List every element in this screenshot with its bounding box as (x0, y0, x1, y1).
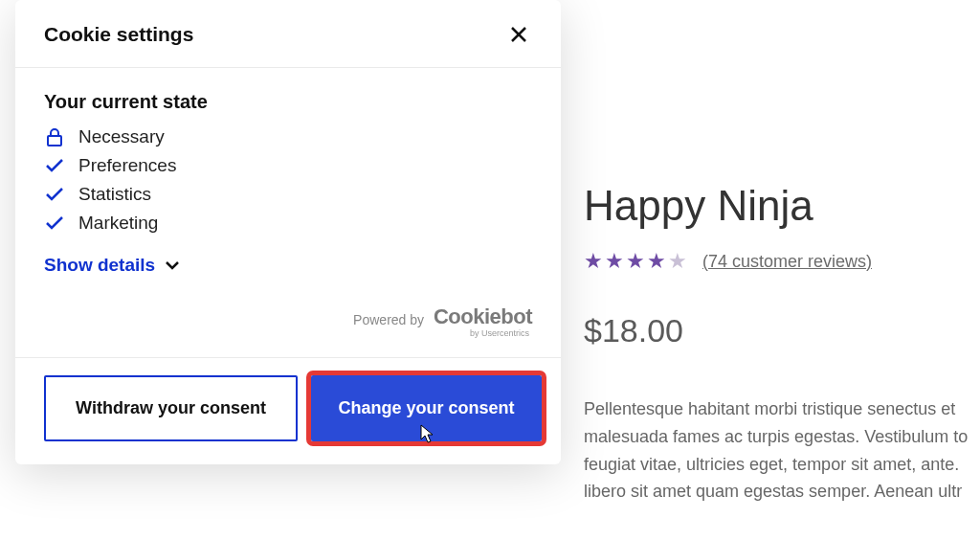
check-icon (44, 215, 65, 231)
cookie-settings-dialog: Cookie settings Your current state Neces… (15, 0, 561, 464)
dialog-footer: Withdraw your consent Change your consen… (15, 357, 561, 464)
product-title: Happy Ninja (584, 182, 980, 230)
category-label: Preferences (78, 155, 176, 176)
check-icon (44, 187, 65, 202)
category-item-preferences: Preferences (44, 155, 532, 176)
svg-rect-2 (48, 136, 61, 146)
withdraw-consent-button[interactable]: Withdraw your consent (44, 375, 298, 441)
category-item-necessary: Necessary (44, 126, 532, 147)
star-rating: ★★★★★ (584, 249, 689, 274)
show-details-toggle[interactable]: Show details (44, 255, 180, 276)
category-label: Statistics (78, 184, 151, 205)
current-state-title: Your current state (44, 91, 532, 113)
check-icon (44, 158, 65, 173)
button-label: Withdraw your consent (76, 398, 266, 417)
category-label: Marketing (78, 213, 158, 234)
button-label: Change your consent (338, 398, 514, 417)
powered-by-sub: by Usercentrics (434, 328, 532, 338)
close-button[interactable] (505, 21, 532, 48)
change-consent-button[interactable]: Change your consent (311, 375, 542, 441)
cursor-icon (418, 424, 435, 445)
category-item-statistics: Statistics (44, 184, 532, 205)
close-icon (509, 25, 528, 44)
powered-by: Powered by Cookiebot by Usercentrics (44, 304, 532, 344)
product-description: Pellentesque habitant morbi tristique se… (584, 395, 980, 506)
dialog-header: Cookie settings (15, 0, 561, 68)
category-item-marketing: Marketing (44, 213, 532, 234)
rating-row: ★★★★★ (74 customer reviews) (584, 249, 980, 274)
category-label: Necessary (78, 126, 165, 147)
dialog-body: Your current state Necessary Preference (15, 68, 561, 357)
lock-icon (44, 127, 65, 146)
powered-by-prefix: Powered by (353, 312, 424, 327)
powered-by-brand: Cookiebot (434, 304, 532, 328)
reviews-link[interactable]: (74 customer reviews) (702, 252, 872, 272)
product-price: $18.00 (584, 312, 980, 349)
consent-category-list: Necessary Preferences Statistics (44, 126, 532, 234)
dialog-title: Cookie settings (44, 23, 193, 46)
show-details-label: Show details (44, 255, 155, 276)
chevron-down-icon (165, 260, 180, 270)
